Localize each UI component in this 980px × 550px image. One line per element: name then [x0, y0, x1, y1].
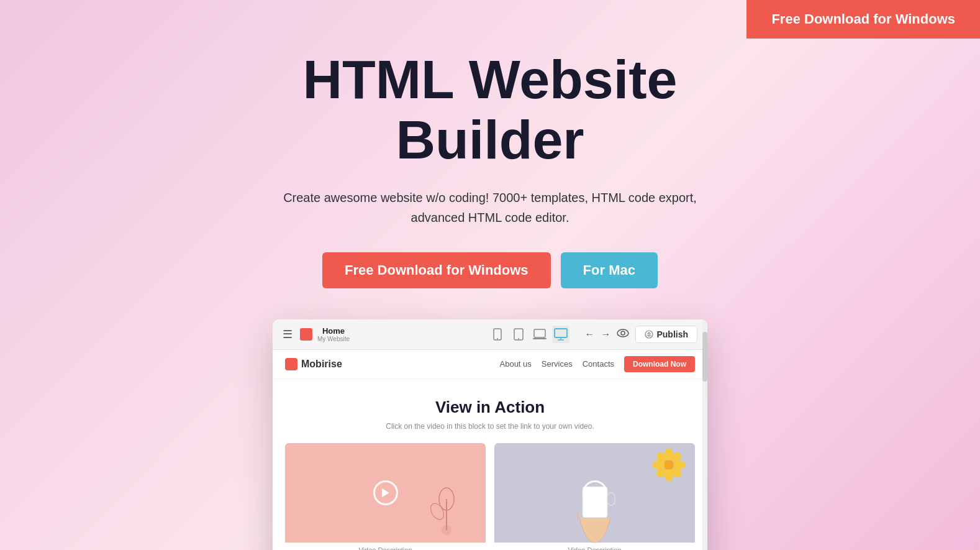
svg-point-19	[664, 460, 674, 470]
svg-marker-18	[382, 488, 389, 497]
menu-icon[interactable]: ☰	[283, 328, 293, 341]
nav-links: About us Services Contacts Download Now	[500, 356, 696, 372]
logo-icon	[285, 358, 297, 370]
preview-icon[interactable]	[617, 329, 629, 340]
site-nav: Mobirise About us Services Contacts Down…	[273, 350, 707, 379]
browser-mockup: ☰ Home My Website	[273, 319, 707, 550]
video-desc-2: Video Description	[494, 543, 695, 550]
page-name: Home	[317, 326, 350, 336]
publish-label: Publish	[656, 329, 688, 339]
mobile-icon[interactable]	[489, 326, 506, 343]
toolbar-actions: ← → Publish	[584, 326, 697, 343]
svg-rect-4	[534, 329, 545, 337]
undo-icon[interactable]: ←	[584, 329, 594, 340]
scrollbar-thumb[interactable]	[702, 332, 707, 382]
svg-marker-30	[591, 488, 599, 497]
svg-rect-5	[533, 338, 547, 339]
hero-buttons: Free Download for Windows For Mac	[0, 252, 980, 288]
publish-button[interactable]: Publish	[635, 326, 697, 343]
nav-about[interactable]: About us	[500, 359, 532, 369]
video-desc-1: Video Description	[285, 543, 486, 550]
nav-services[interactable]: Services	[542, 359, 573, 369]
video-card-2[interactable]: Video Description	[494, 443, 695, 550]
svg-point-17	[428, 501, 447, 521]
top-download-button[interactable]: Free Download for Windows	[746, 0, 980, 39]
video-thumb-1	[285, 443, 486, 543]
tablet-icon[interactable]	[510, 326, 527, 343]
page-info: Home My Website	[300, 326, 350, 342]
device-icons	[489, 326, 569, 343]
laptop-icon[interactable]	[531, 326, 548, 343]
svg-point-9	[617, 329, 628, 337]
play-button-2[interactable]	[583, 480, 607, 505]
download-windows-button[interactable]: Free Download for Windows	[322, 252, 551, 288]
hero-subtitle: Create awesome website w/o coding! 7000+…	[279, 188, 701, 227]
svg-rect-29	[607, 493, 615, 505]
video-grid: Video Description	[285, 443, 695, 550]
logo-text: Mobirise	[301, 359, 342, 370]
svg-rect-6	[555, 329, 567, 337]
svg-point-10	[621, 331, 625, 335]
content-area: View in Action Click on the video in thi…	[273, 379, 707, 550]
desktop-icon[interactable]	[552, 326, 569, 343]
svg-point-1	[497, 338, 498, 339]
site-logo: Mobirise	[285, 358, 342, 370]
video-thumb-2	[494, 443, 695, 543]
page-subname: My Website	[317, 336, 350, 342]
download-mac-button[interactable]: For Mac	[561, 252, 658, 288]
hero-section: HTML WebsiteBuilder Create awesome websi…	[0, 0, 980, 550]
redo-icon[interactable]: →	[601, 329, 610, 340]
scrollbar-track[interactable]	[702, 319, 707, 550]
content-subtitle: Click on the video in this block to set …	[285, 422, 695, 431]
content-title: View in Action	[285, 398, 695, 417]
video-card-1[interactable]: Video Description	[285, 443, 486, 550]
hero-title: HTML WebsiteBuilder	[0, 50, 980, 170]
nav-cta-button[interactable]: Download Now	[624, 356, 695, 372]
nav-contacts[interactable]: Contacts	[583, 359, 614, 369]
browser-toolbar: ☰ Home My Website	[273, 319, 707, 350]
play-button-1[interactable]	[373, 480, 398, 505]
page-icon	[300, 328, 312, 341]
svg-point-3	[518, 338, 519, 339]
